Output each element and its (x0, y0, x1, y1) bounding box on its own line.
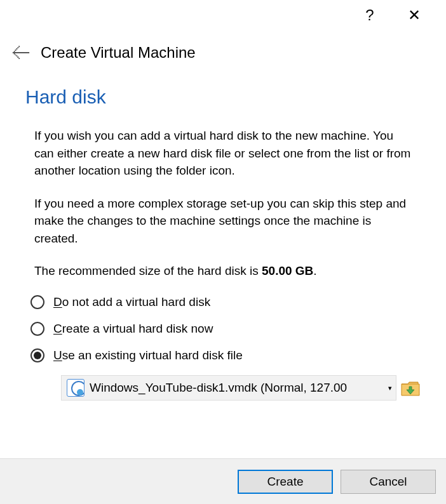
radio-use-existing[interactable]: Use an existing virtual hard disk file (30, 348, 421, 362)
radio-icon (30, 322, 44, 336)
recommended-size-value: 50.00 GB (262, 264, 313, 277)
help-icon[interactable]: ? (357, 6, 382, 24)
recommended-size-paragraph: The recommended size of the hard disk is… (34, 262, 414, 280)
radio-label: Create a virtual hard disk now (53, 322, 213, 336)
page-title: Create Virtual Machine (41, 44, 196, 62)
cancel-button[interactable]: Cancel (341, 470, 436, 494)
radio-label: Use an existing virtual hard disk file (53, 348, 243, 362)
disk-icon (67, 379, 84, 397)
radio-create-new[interactable]: Create a virtual hard disk now (30, 322, 421, 336)
chevron-down-icon: ▾ (386, 383, 392, 392)
back-arrow-icon[interactable]: 🡠 (11, 43, 30, 62)
recommended-prefix: The recommended size of the hard disk is (34, 264, 262, 277)
radio-no-disk[interactable]: Do not add a virtual hard disk (30, 295, 421, 309)
titlebar: ? ✕ (0, 0, 446, 30)
create-button[interactable]: Create (238, 470, 333, 494)
radio-icon (30, 295, 44, 309)
wizard-header: 🡠 Create Virtual Machine (0, 30, 446, 69)
disk-file-dropdown[interactable]: Windows_YouTube-disk1.vmdk (Normal, 127.… (61, 375, 396, 401)
radio-group: Do not add a virtual hard disk Create a … (30, 295, 421, 401)
description-paragraph-2: If you need a more complex storage set-u… (34, 195, 414, 248)
wizard-content: Hard disk If you wish you can add a virt… (0, 69, 446, 401)
radio-icon-selected (30, 348, 44, 362)
disk-selector-row: Windows_YouTube-disk1.vmdk (Normal, 127.… (61, 375, 421, 401)
description-paragraph-1: If you wish you can add a virtual hard d… (34, 127, 414, 180)
recommended-suffix: . (313, 264, 316, 277)
folder-browse-icon[interactable] (400, 379, 421, 397)
close-icon[interactable]: ✕ (402, 6, 427, 24)
selected-disk-name: Windows_YouTube-disk1.vmdk (Normal, 127.… (90, 381, 347, 395)
dialog-footer: Create Cancel (0, 458, 446, 504)
section-title: Hard disk (25, 86, 421, 108)
radio-label: Do not add a virtual hard disk (53, 295, 210, 309)
